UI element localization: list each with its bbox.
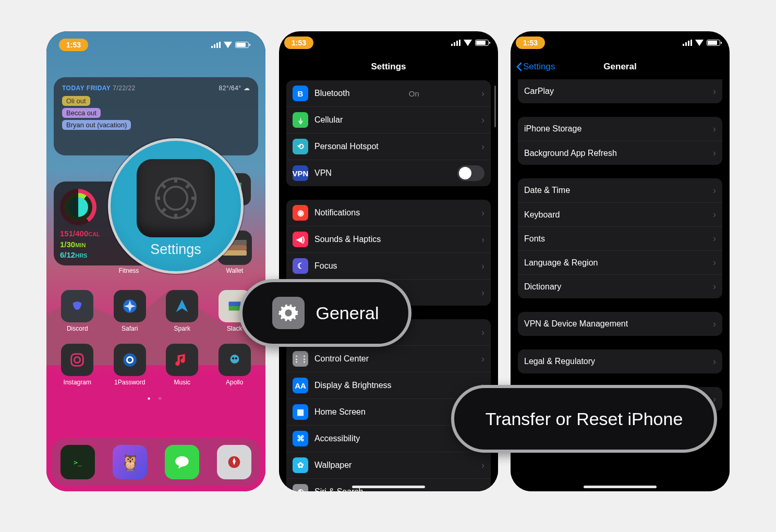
svg-point-9 [235, 357, 237, 359]
app-music[interactable]: Music [159, 344, 206, 386]
dock: >_ 🦉 [52, 438, 260, 486]
gear-icon [272, 297, 305, 329]
app-spark[interactable]: Spark [159, 290, 206, 332]
dock-app-messages[interactable] [165, 445, 199, 479]
settings-row[interactable]: Fonts› [518, 226, 722, 250]
status-time: 1:53 [59, 39, 88, 51]
settings-row[interactable]: CarPlay› [518, 79, 722, 103]
chevron-right-icon: › [481, 487, 484, 492]
status-time: 1:53 [284, 37, 313, 49]
battery-icon [235, 42, 249, 48]
row-label: Home Screen [314, 407, 366, 417]
settings-row[interactable]: ⋮⋮ Control Center› [286, 345, 491, 372]
general-group-locale: Date & Time›Keyboard›Fonts›Language & Re… [518, 178, 722, 298]
row-icon: ◉ [293, 205, 308, 221]
chevron-right-icon: › [713, 319, 716, 330]
settings-app-icon[interactable] [137, 159, 215, 237]
settings-row[interactable]: Dictionary› [518, 274, 722, 298]
row-label: Focus [314, 261, 337, 271]
chevron-right-icon: › [481, 88, 484, 99]
row-icon: ▦ [293, 404, 308, 420]
settings-app-label: Settings [150, 241, 201, 258]
row-label: Legal & Regulatory [524, 357, 595, 366]
settings-row[interactable]: Date & Time› [518, 178, 722, 202]
settings-group-connectivity: B BluetoothOn›⏚ Cellular›⟲ Personal Hots… [286, 80, 491, 186]
row-icon: B [293, 86, 308, 101]
status-bar: 1:53 [511, 31, 730, 54]
chevron-right-icon: › [713, 185, 716, 196]
battery-icon [475, 40, 489, 46]
settings-row[interactable]: B BluetoothOn› [286, 80, 491, 106]
today-date: 7/22/22 [113, 84, 136, 92]
settings-row[interactable]: iPhone Storage› [518, 117, 722, 141]
settings-row[interactable]: AA Display & Brightness› [286, 372, 491, 398]
toggle[interactable] [457, 165, 484, 181]
general-group-legal: Legal & Regulatory› [518, 349, 722, 373]
row-label: Dictionary [524, 282, 561, 292]
settings-row[interactable]: ⏚ Cellular› [286, 106, 491, 133]
chevron-right-icon: › [713, 257, 716, 268]
settings-row[interactable]: Background App Refresh› [518, 141, 722, 165]
chevron-right-icon: › [481, 208, 484, 219]
row-icon: ◀) [293, 232, 308, 247]
dock-app-terminal[interactable]: >_ [60, 445, 95, 479]
back-button[interactable]: Settings [516, 62, 555, 72]
settings-row[interactable]: ◐ Siri & Search› [286, 478, 491, 491]
row-label: Keyboard [524, 210, 560, 220]
nav-title: General [603, 62, 636, 72]
row-value: On [409, 89, 419, 98]
general-group-carplay: CarPlay› [518, 79, 722, 103]
settings-row[interactable]: Keyboard› [518, 202, 722, 226]
row-icon: ⏚ [293, 112, 308, 128]
settings-row[interactable]: ◉ Notifications› [286, 200, 491, 226]
chevron-right-icon: › [481, 327, 484, 338]
scrollbar[interactable] [494, 86, 496, 127]
app-discord[interactable]: Discord [54, 290, 101, 332]
row-label: Display & Brightness [314, 381, 392, 390]
settings-row[interactable]: ✿ Wallpaper› [286, 452, 491, 478]
row-label: Fonts [524, 234, 545, 244]
status-bar: 1:53 [54, 33, 258, 56]
row-icon: ⌘ [293, 431, 308, 446]
app-instagram[interactable]: Instagram [54, 344, 101, 386]
settings-row[interactable]: Language & Region› [518, 250, 722, 274]
weather-temp: 82°/64° ☁︎ [219, 84, 250, 92]
dock-app-rocket[interactable] [217, 445, 251, 479]
status-time: 1:53 [516, 37, 545, 49]
app-1password[interactable]: 1Password [106, 344, 154, 386]
callout-magnifier-settings: Settings [108, 138, 244, 274]
row-label: Sounds & Haptics [314, 235, 381, 244]
svg-rect-2 [228, 302, 240, 307]
status-bar: 1:53 [279, 31, 498, 54]
row-label: Date & Time [524, 186, 570, 195]
chevron-right-icon: › [713, 394, 716, 405]
settings-row[interactable]: VPN VPN [286, 160, 491, 186]
home-indicator[interactable] [352, 486, 425, 488]
row-icon: ☾ [293, 258, 308, 274]
screenshot-home: 1:53 82°/64° ☁︎ TODAY FRIDAY 7/22/22 Oli… [46, 31, 265, 491]
app-safari[interactable]: Safari [106, 290, 154, 332]
row-label: VPN [314, 168, 332, 178]
chevron-right-icon: › [481, 115, 484, 126]
chevron-right-icon: › [481, 141, 484, 152]
row-label: Background App Refresh [524, 149, 617, 158]
row-label: Bluetooth [314, 89, 350, 98]
page-dots[interactable]: ● ○ [54, 395, 258, 401]
svg-point-7 [230, 355, 239, 364]
fitness-label: Fitness [119, 267, 139, 274]
row-label: CarPlay [524, 87, 554, 96]
settings-row[interactable]: VPN & Device Management› [518, 312, 722, 336]
cellular-signal-icon [451, 40, 460, 46]
wifi-icon [464, 40, 472, 46]
app-apollo[interactable]: Apollo [211, 344, 259, 386]
settings-row[interactable]: ◀) Sounds & Haptics› [286, 226, 491, 252]
row-icon: ⋮⋮ [293, 351, 308, 367]
settings-row[interactable]: ⟲ Personal Hotspot› [286, 133, 491, 160]
callout-transfer-reset: Transfer or Reset iPhone [451, 385, 717, 453]
settings-row[interactable]: Legal & Regulatory› [518, 349, 722, 373]
home-indicator[interactable] [584, 486, 657, 488]
chevron-right-icon: › [481, 234, 484, 245]
chevron-right-icon: › [713, 86, 716, 97]
settings-row[interactable]: ☾ Focus› [286, 252, 491, 279]
dock-app-owl[interactable]: 🦉 [113, 445, 147, 479]
